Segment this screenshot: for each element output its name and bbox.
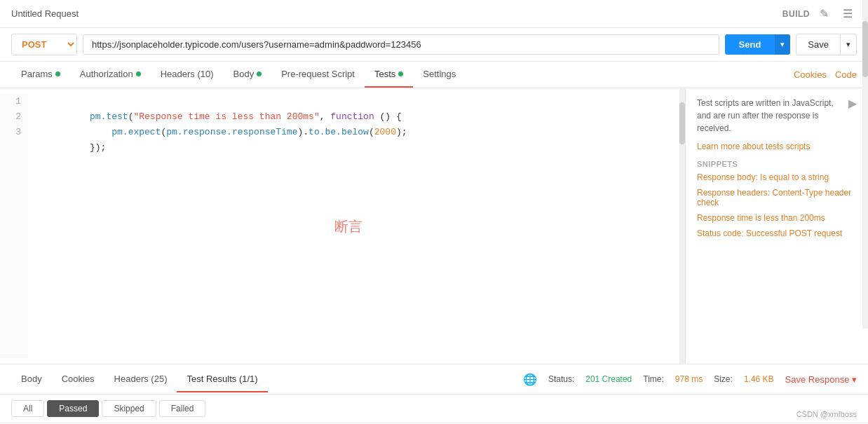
code-token: function: [330, 111, 374, 122]
save-group: Save ▾: [796, 34, 857, 55]
size-value: 1.46 KB: [744, 374, 774, 384]
code-token: );: [396, 127, 407, 137]
size-label: Size:: [714, 374, 733, 384]
tab-tests-label: Tests: [374, 69, 395, 79]
top-bar-actions: BUILD ✎ ☰: [782, 6, 857, 22]
tab-settings-label: Settings: [423, 69, 456, 79]
code-token: "Response time is less than 200ms": [133, 111, 319, 122]
side-panel: Test scripts are written in JavaScript, …: [686, 88, 868, 364]
tab-params-label: Params: [21, 69, 53, 79]
code-token: [90, 127, 111, 137]
bottom-tab-test-results-label: Test Results (1/1): [187, 374, 257, 384]
request-tabs: Params Authorization Headers (10) Body P…: [11, 62, 466, 88]
bottom-tab-cookies[interactable]: Cookies: [52, 367, 104, 392]
code-link[interactable]: Code: [835, 69, 857, 80]
doc-icon-button[interactable]: ☰: [839, 6, 857, 22]
save-response-label: Save Response: [785, 374, 850, 385]
method-select[interactable]: POST GET PUT DELETE: [11, 34, 77, 55]
filter-all-button[interactable]: All: [11, 400, 44, 417]
send-dropdown-button[interactable]: ▾: [775, 34, 790, 55]
footer-watermark: CSDN @xmfboss: [796, 410, 857, 418]
code-token: () {: [374, 111, 402, 122]
bottom-tab-cookies-label: Cookies: [62, 374, 95, 384]
bottom-tab-headers-label: Headers (25): [114, 374, 168, 384]
bottom-tab-headers[interactable]: Headers (25): [104, 367, 177, 392]
tab-params[interactable]: Params: [11, 62, 70, 88]
edit-icon-button[interactable]: ✎: [815, 6, 833, 22]
code-editor[interactable]: 1 2 3 pm.test("Response time is less tha…: [0, 88, 685, 364]
edit-icon: ✎: [820, 8, 829, 20]
filter-passed-button[interactable]: Passed: [47, 400, 99, 417]
code-token: to.be.below: [308, 127, 369, 137]
snippet-item-1[interactable]: Response body: Is equal to a string: [697, 172, 857, 182]
filter-skipped-button[interactable]: Skipped: [102, 400, 156, 417]
tab-authorization[interactable]: Authorization: [70, 62, 151, 88]
globe-icon: 🌐: [523, 373, 537, 386]
page-title: Untitled Request: [11, 8, 79, 19]
snippet-item-3[interactable]: Response time is less than 200ms: [697, 213, 857, 223]
filter-row: All Passed Skipped Failed: [0, 395, 868, 423]
save-dropdown-button[interactable]: ▾: [841, 34, 857, 55]
save-response-dropdown-icon: ▾: [852, 374, 857, 385]
tabs-right-links: Cookies Code: [794, 69, 857, 80]
status-value: 201 Created: [585, 374, 632, 384]
snippet-item-2[interactable]: Response headers: Content-Type header ch…: [697, 188, 857, 207]
code-token: (: [369, 127, 374, 137]
tab-headers[interactable]: Headers (10): [151, 62, 224, 88]
url-input[interactable]: [83, 34, 719, 55]
code-token: pm.expect: [111, 127, 161, 137]
build-button[interactable]: BUILD: [782, 9, 810, 19]
cookies-link[interactable]: Cookies: [794, 69, 827, 80]
snippets-list: Response body: Is equal to a string Resp…: [697, 172, 857, 238]
code-token: ,: [320, 111, 331, 122]
bottom-status-bar: 🌐 Status: 201 Created Time: 978 ms Size:…: [523, 373, 857, 386]
code-token: pm.test: [90, 111, 128, 122]
authorization-dot: [136, 71, 141, 76]
request-tabs-row: Params Authorization Headers (10) Body P…: [0, 62, 868, 88]
send-button[interactable]: Send: [725, 34, 775, 55]
snippet-item-4[interactable]: Status code: Successful POST request: [697, 228, 857, 238]
code-token: pm.response.responseTime: [166, 127, 297, 137]
tab-body[interactable]: Body: [224, 62, 272, 88]
line-num-2: 2: [7, 109, 21, 125]
status-label: Status:: [548, 374, 574, 384]
tab-prerequest-label: Pre-request Script: [281, 69, 355, 79]
body-dot: [257, 71, 262, 76]
tab-headers-label: Headers (10): [161, 69, 214, 79]
learn-more-link[interactable]: Learn more about tests scripts: [697, 142, 810, 151]
save-button[interactable]: Save: [796, 34, 841, 55]
snippets-section-label: SNIPPETS: [697, 160, 857, 168]
scroll-thumb[interactable]: [679, 102, 685, 144]
line-num-1: 1: [7, 94, 21, 109]
editor-area: 1 2 3 pm.test("Response time is less tha…: [0, 88, 686, 364]
code-token: ).: [298, 127, 309, 137]
code-line-1: pm.test("Response time is less than 200m…: [35, 94, 678, 109]
filter-failed-button[interactable]: Failed: [159, 400, 206, 417]
tab-authorization-label: Authorization: [80, 69, 133, 79]
line-numbers: 1 2 3: [0, 94, 28, 358]
main-content: 1 2 3 pm.test("Response time is less tha…: [0, 88, 868, 364]
send-group: Send ▾: [725, 34, 791, 55]
expand-icon[interactable]: ▶: [848, 97, 857, 110]
save-response-button[interactable]: Save Response ▾: [785, 374, 857, 385]
bottom-tab-body-label: Body: [21, 374, 42, 384]
bottom-tabs: Body Cookies Headers (25) Test Results (…: [11, 367, 268, 392]
bottom-tab-body[interactable]: Body: [11, 367, 52, 392]
tab-prerequest[interactable]: Pre-request Script: [271, 62, 365, 88]
tests-dot: [398, 71, 403, 76]
scrollbar[interactable]: [679, 88, 685, 364]
code-token: 2000: [374, 127, 396, 137]
top-bar: Untitled Request BUILD ✎ ☰: [0, 0, 868, 28]
tab-tests[interactable]: Tests: [365, 62, 413, 88]
tab-settings[interactable]: Settings: [413, 62, 466, 88]
bottom-tabs-row: Body Cookies Headers (25) Test Results (…: [0, 364, 868, 395]
side-panel-description: Test scripts are written in JavaScript, …: [697, 97, 843, 135]
code-content[interactable]: pm.test("Response time is less than 200m…: [28, 94, 685, 358]
bottom-tab-test-results[interactable]: Test Results (1/1): [177, 367, 267, 392]
code-token: });: [90, 142, 106, 153]
line-num-3: 3: [7, 125, 21, 140]
time-label: Time:: [643, 374, 664, 384]
time-value: 978 ms: [675, 374, 703, 384]
params-dot: [55, 71, 60, 76]
url-bar: POST GET PUT DELETE Send ▾ Save ▾: [0, 28, 868, 62]
